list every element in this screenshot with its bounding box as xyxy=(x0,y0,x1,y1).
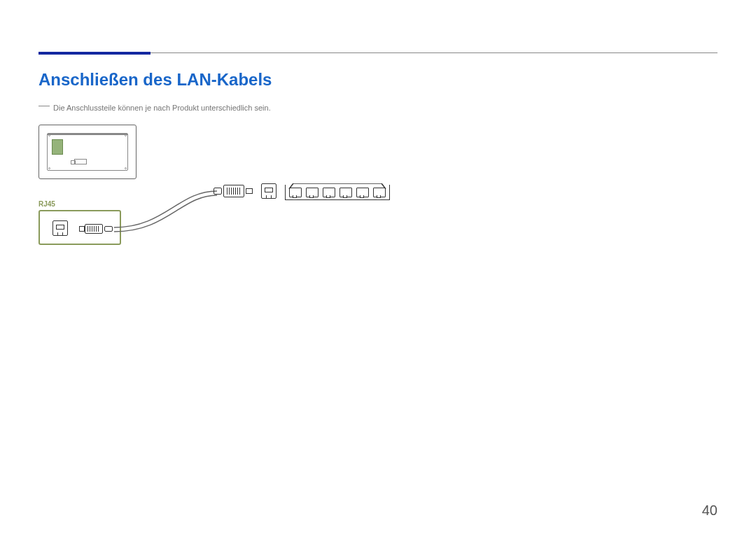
rj45-callout xyxy=(38,210,121,245)
mount-rail-bottom xyxy=(48,134,127,135)
network-switch-icon xyxy=(285,179,390,200)
rj45-port-icon xyxy=(52,220,68,236)
rj45-port-icon xyxy=(261,183,276,199)
switch-port-icon xyxy=(306,188,318,197)
back-panel-inner xyxy=(47,133,128,171)
page-number: 40 xyxy=(702,503,718,519)
connection-diagram: RJ45 xyxy=(38,125,402,265)
section-heading: Anschließen des LAN-Kabels xyxy=(38,70,272,90)
note-dash-icon xyxy=(38,106,50,106)
lan-plug-far-icon xyxy=(214,185,253,197)
note-line: Die Anschlussteile können je nach Produk… xyxy=(38,104,271,112)
header-accent-bar xyxy=(38,52,150,55)
lan-module-icon xyxy=(52,139,63,155)
switch-port-icon xyxy=(289,188,302,197)
connector-slot-icon xyxy=(74,159,87,164)
screw-hole-icon xyxy=(125,167,127,169)
switch-port-icon xyxy=(323,188,335,197)
screw-hole-icon xyxy=(125,134,127,136)
switch-port-icon xyxy=(340,188,352,197)
port-label: RJ45 xyxy=(38,200,55,208)
page-header xyxy=(38,42,718,55)
screw-hole-icon xyxy=(48,167,50,169)
screw-hole-icon xyxy=(48,134,50,136)
product-back-panel-icon xyxy=(38,125,136,179)
note-text: Die Anschlussteile können je nach Produk… xyxy=(53,104,271,112)
switch-port-icon xyxy=(373,188,386,197)
switch-port-icon xyxy=(356,188,369,197)
lan-plug-near-icon xyxy=(85,224,113,234)
